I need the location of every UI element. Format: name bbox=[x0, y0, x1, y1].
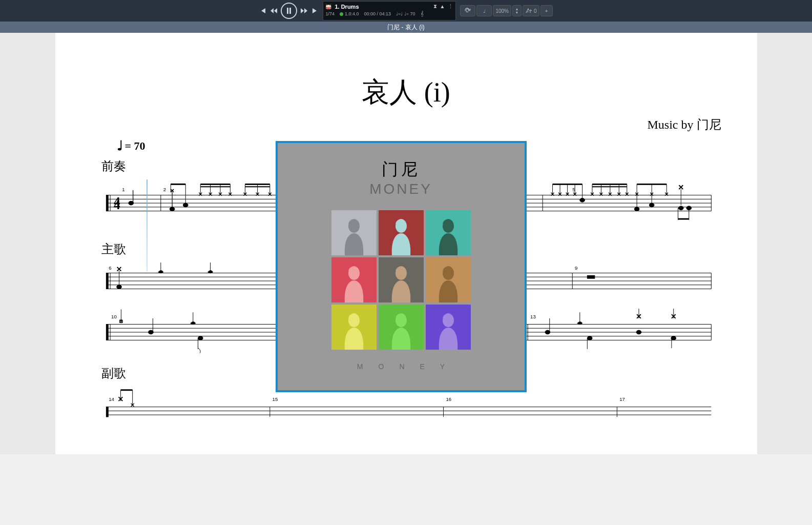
album-grid-cell bbox=[426, 257, 471, 302]
composer-credit: Music by 门尼 bbox=[86, 116, 721, 133]
svg-point-20 bbox=[170, 207, 175, 211]
score-view[interactable]: 哀人 (i) Music by 门尼 ♩ = 70 前奏 4 bbox=[0, 33, 812, 454]
right-toolbar: ♩ 100% ▲▼ 0 + bbox=[460, 5, 552, 16]
svg-text:15: 15 bbox=[272, 396, 278, 402]
hourglass-icon[interactable]: ⧗ bbox=[433, 4, 437, 10]
svg-point-64 bbox=[686, 206, 691, 210]
album-grid-cell bbox=[426, 305, 471, 350]
rewind-button[interactable] bbox=[269, 7, 278, 14]
svg-text:9: 9 bbox=[575, 265, 577, 271]
top-toolbar: 🥁 1. Drums ⧗ ▲ ⋮ 1/74 1.0:4.0 00:00 / 04… bbox=[0, 0, 812, 22]
forward-button[interactable] bbox=[300, 7, 308, 14]
document-title-bar: 门尼 - 哀人 (i) bbox=[0, 22, 812, 33]
album-footer-text: MONEY bbox=[342, 362, 460, 371]
playhead-cursor bbox=[147, 179, 148, 272]
album-grid-cell bbox=[379, 257, 424, 302]
album-art-overlay[interactable]: 门尼 MONEY M bbox=[276, 141, 527, 392]
svg-point-60 bbox=[678, 206, 683, 210]
svg-point-24 bbox=[183, 203, 188, 207]
metronome-icon[interactable]: ▲ bbox=[440, 4, 445, 9]
svg-text:2: 2 bbox=[163, 187, 165, 192]
album-grid-cell bbox=[331, 257, 377, 302]
track-name: 1. Drums bbox=[335, 4, 359, 10]
svg-rect-0 bbox=[287, 8, 288, 14]
svg-rect-86 bbox=[106, 324, 108, 340]
bar-position: 1/74 bbox=[325, 11, 335, 16]
svg-text:13: 13 bbox=[530, 314, 536, 319]
zoom-stepper[interactable]: ▲▼ bbox=[512, 5, 522, 16]
zoom-display[interactable]: 100% bbox=[493, 5, 511, 16]
add-button[interactable]: + bbox=[540, 5, 553, 16]
svg-text:10: 10 bbox=[111, 314, 117, 319]
svg-text:16: 16 bbox=[446, 396, 451, 402]
beat-position: 1.0:4.0 bbox=[345, 11, 359, 16]
svg-rect-1 bbox=[289, 8, 291, 14]
svg-text:1: 1 bbox=[122, 187, 124, 192]
song-title: 哀人 (i) bbox=[86, 74, 726, 111]
status-dot-icon bbox=[340, 12, 343, 16]
svg-text:6: 6 bbox=[109, 265, 111, 271]
transpose-button[interactable]: 0 bbox=[523, 5, 539, 16]
svg-point-102 bbox=[587, 336, 592, 340]
skip-end-button[interactable] bbox=[311, 7, 319, 14]
skip-start-button[interactable] bbox=[259, 7, 266, 14]
album-grid-cell bbox=[379, 210, 424, 255]
svg-text:17: 17 bbox=[619, 396, 625, 402]
svg-point-97 bbox=[198, 336, 203, 340]
album-logo: 门尼 MONEY bbox=[369, 158, 432, 197]
svg-text:4: 4 bbox=[113, 198, 120, 212]
album-grid bbox=[331, 210, 471, 350]
svg-point-99 bbox=[545, 330, 550, 334]
track-info-panel[interactable]: 🥁 1. Drums ⧗ ▲ ⋮ 1/74 1.0:4.0 00:00 / 04… bbox=[323, 1, 456, 21]
transport-controls bbox=[259, 3, 319, 19]
drum-icon: 🥁 bbox=[325, 4, 331, 9]
album-grid-cell bbox=[426, 210, 471, 255]
album-grid-cell bbox=[331, 305, 377, 350]
score-page: 哀人 (i) Music by 门尼 ♩ = 70 前奏 4 bbox=[55, 33, 757, 454]
track-menu-icon[interactable]: ⋮ bbox=[448, 3, 453, 10]
time-display: 00:00 / 04:13 bbox=[364, 11, 391, 16]
svg-point-105 bbox=[636, 330, 641, 334]
album-grid-cell bbox=[379, 305, 424, 350]
tuning-fork-icon[interactable]: 𝄞 bbox=[421, 11, 424, 17]
loop-button[interactable] bbox=[460, 5, 475, 16]
tempo-info: ♩=♩ ♩= 70 bbox=[396, 11, 415, 16]
svg-rect-80 bbox=[587, 275, 595, 278]
svg-rect-70 bbox=[106, 273, 108, 289]
album-grid-cell bbox=[331, 210, 377, 255]
svg-rect-7 bbox=[106, 195, 108, 211]
svg-rect-112 bbox=[106, 407, 108, 417]
play-pause-button[interactable] bbox=[281, 3, 297, 19]
svg-text:14: 14 bbox=[109, 396, 114, 402]
speed-note-icon[interactable]: ♩ bbox=[476, 5, 492, 16]
